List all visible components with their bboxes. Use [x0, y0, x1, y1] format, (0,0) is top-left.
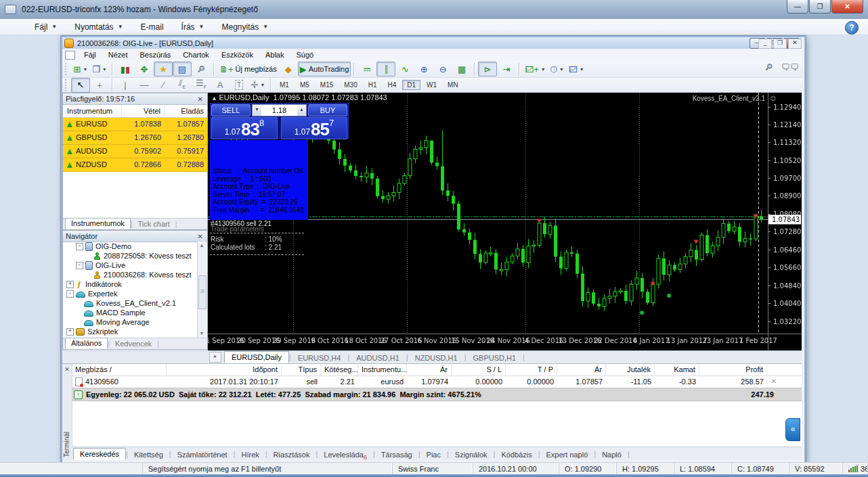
chart-area[interactable]: ▲ EURUSD,Daily 1.07995 1.08072 1.07283 1…	[208, 93, 802, 350]
chat-support-icon[interactable]: «	[785, 418, 800, 441]
channel-button[interactable]: ⫽E	[173, 78, 192, 93]
close-position-icon[interactable]: ✕	[767, 376, 781, 388]
timeframe-mn-button[interactable]: MN	[443, 80, 463, 90]
navigator-item[interactable]: 2100036268: Kövess teszt	[64, 270, 198, 279]
terminal-column-header[interactable]: Kötéseg...	[321, 364, 358, 376]
metaeditor-button[interactable]: ◆	[279, 62, 298, 76]
close-icon[interactable]: ✕	[196, 95, 204, 103]
terminal-tab-piac[interactable]: Piac	[420, 449, 447, 460]
chart-tab-audusd-h1[interactable]: AUDUSD,H1	[349, 353, 406, 363]
terminal-tab-t-rsas-g[interactable]: Társaság	[375, 449, 418, 460]
strategy-tester-button[interactable]: 🔎︎	[192, 62, 211, 76]
chart-shift-button[interactable]: ⇥	[497, 62, 516, 76]
indicators-button[interactable]: 🗠+▼	[523, 62, 548, 76]
navigator-button[interactable]: ★	[154, 62, 173, 76]
close-button[interactable]: ✕	[831, 0, 863, 14]
toolbar-grip[interactable]	[65, 63, 68, 75]
horizontal-line-button[interactable]: —	[135, 78, 154, 93]
navigator-item[interactable]: +ƒIndikátorok	[64, 279, 198, 289]
terminal-column-header[interactable]: Ár	[557, 364, 606, 376]
autotrading-button[interactable]: ▶AutoTrading	[298, 62, 351, 76]
mt4-menu-eszközök[interactable]: Eszközök	[215, 51, 259, 59]
buy-button[interactable]: BUY	[308, 104, 347, 116]
market-watch-row[interactable]: AUDUSD0.759020.75917	[63, 145, 207, 158]
auto-scroll-button[interactable]: ⊳	[478, 62, 497, 76]
terminal-tab-h-rek[interactable]: Hírek	[235, 449, 265, 460]
collapse-minus-icon[interactable]: -	[76, 243, 83, 250]
lot-decrease-icon[interactable]: ▼	[253, 105, 261, 116]
candle-chart-button[interactable]: ⫿	[376, 62, 395, 76]
zoom-in-button[interactable]: ⊕	[414, 62, 433, 76]
collapse-minus-icon[interactable]: -	[76, 262, 83, 269]
menu-item-nyomtatás[interactable]: Nyomtatás▼	[66, 19, 131, 35]
text-button[interactable]: A	[211, 78, 230, 93]
terminal-tab-napl-[interactable]: Napló	[596, 449, 628, 460]
column-ask[interactable]: Eladás	[165, 105, 207, 117]
mt4-menu-fájl[interactable]: Fájl	[78, 51, 102, 59]
menu-item-e-mail[interactable]: E-mail	[132, 19, 173, 35]
terminal-tab-keresked-s[interactable]: Kereskedés	[73, 448, 126, 460]
terminal-button[interactable]: ▤	[173, 62, 192, 76]
lot-size-value[interactable]: 1.18	[261, 106, 297, 114]
navigator-tab-kedvencek[interactable]: Kedvencek	[110, 339, 157, 349]
scroll-down-icon[interactable]: ▼	[198, 330, 206, 338]
terminal-tab-kitetts-g[interactable]: Kitettség	[128, 449, 169, 460]
market-watch-header[interactable]: Piacfigyelő: 19:57:16 ✕	[63, 93, 207, 105]
navigator-header[interactable]: Navigátor ✕	[63, 231, 207, 242]
navigator-item[interactable]: MACD Sample	[64, 308, 198, 317]
terminal-tab-levelesl-da[interactable]: Levelesláda6	[318, 449, 373, 460]
navigator-item[interactable]: -Expertek	[64, 289, 198, 298]
templates-button[interactable]: 🗠▼	[567, 62, 586, 76]
navigator-item[interactable]: Moving Average	[64, 317, 198, 327]
lot-increase-icon[interactable]: ▲	[297, 105, 306, 116]
chart-close-button[interactable]: ✕	[788, 39, 802, 49]
market-watch-tab-tick-chart[interactable]: Tick chart	[132, 219, 175, 229]
timeframe-m5-button[interactable]: M5	[295, 80, 314, 90]
bar-chart-button[interactable]: 𝌁	[357, 62, 376, 76]
minimize-button[interactable]: —	[787, 0, 808, 14]
tile-windows-button[interactable]: ▦	[452, 62, 471, 76]
new-order-button[interactable]: 🗎+Új megbízás	[217, 62, 279, 76]
vertical-line-button[interactable]: |	[116, 78, 135, 93]
timeframe-h4-button[interactable]: H4	[383, 80, 402, 90]
market-watch-row[interactable]: EURUSD1.078381.07857	[63, 118, 207, 131]
crosshair-button[interactable]: ＋	[90, 78, 109, 93]
terminal-column-header[interactable]: Jutalék	[606, 364, 655, 376]
timeframe-h1-button[interactable]: H1	[364, 80, 382, 90]
chart-minimize-button[interactable]: _	[758, 39, 772, 49]
market-watch-row[interactable]: NZDUSD0.728660.72888	[63, 158, 207, 172]
scroll-thumb[interactable]: ☰	[198, 275, 207, 309]
terminal-tab-szign-lok[interactable]: Szignálok	[449, 449, 494, 460]
scroll-up-icon[interactable]: ▲	[198, 242, 206, 250]
collapse-minus-icon[interactable]: -	[66, 290, 74, 298]
terminal-column-header[interactable]: Típus	[282, 364, 321, 376]
terminal-column-header[interactable]: Ár	[407, 364, 452, 376]
menu-item-írás[interactable]: Írás▼	[173, 19, 213, 35]
timeframe-m15-button[interactable]: M15	[316, 80, 338, 90]
order-row[interactable]: 413095602017.01.31 20:10:17sell2.21eurus…	[72, 376, 802, 388]
expand-plus-icon[interactable]: +	[66, 281, 74, 288]
chart-list-icon[interactable]: ▸	[209, 352, 221, 363]
terminal-tab-riaszt-sok[interactable]: Riasztások	[267, 449, 316, 460]
navigator-item[interactable]: -OIG-Demo	[64, 242, 198, 251]
chart-tab-eurusd-daily[interactable]: EURUSD,Daily	[224, 351, 289, 363]
mt4-menu-nézet[interactable]: Nézet	[102, 51, 134, 59]
periods-button[interactable]: 🕓︎▼	[548, 62, 567, 76]
column-bid[interactable]: Vétel	[122, 105, 165, 117]
arrows-button[interactable]: ✢▼	[248, 78, 267, 93]
close-icon[interactable]: ✕	[196, 233, 204, 240]
menu-item-fájl[interactable]: Fájl▼	[26, 19, 66, 35]
expand-plus-icon[interactable]: +	[66, 328, 74, 336]
help-icon[interactable]: ?	[845, 21, 859, 35]
market-watch-button[interactable]: ▮▮	[116, 62, 135, 76]
navigator-item[interactable]: Kovess_EA_Client_v2.1	[64, 298, 198, 308]
terminal-close-icon[interactable]: ✕	[63, 365, 71, 373]
cursor-button[interactable]: ↖	[71, 78, 90, 93]
line-chart-button[interactable]: ∿	[395, 62, 414, 76]
navigator-scrollbar[interactable]: ▲ ☰ ▼	[197, 242, 207, 338]
mt4-menu-súgó[interactable]: Súgó	[290, 51, 320, 59]
toolbar-grip[interactable]	[65, 79, 68, 91]
navigator-item[interactable]: 2088725058: Kövess teszt	[64, 251, 198, 260]
terminal-column-header[interactable]: Instrumentu...	[358, 364, 407, 376]
search-icon[interactable]: 🔎︎	[764, 63, 773, 72]
